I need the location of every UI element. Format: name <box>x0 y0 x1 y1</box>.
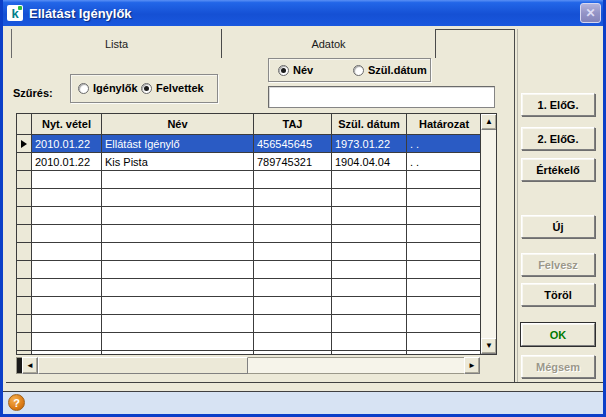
grid-cell[interactable] <box>102 225 254 243</box>
grid-cell[interactable] <box>407 351 481 354</box>
grid-cell[interactable] <box>407 207 481 225</box>
grid-cell[interactable] <box>32 279 102 297</box>
table-row-empty[interactable] <box>17 351 481 354</box>
grid-cell[interactable] <box>254 261 332 279</box>
row-indicator-cell[interactable] <box>17 261 32 279</box>
grid-cell[interactable] <box>254 189 332 207</box>
grid-cell[interactable]: 2010.01.22 <box>32 153 102 171</box>
title-bar[interactable]: k Ellátást Igénylők ✕ <box>0 0 606 26</box>
grid-cell[interactable] <box>332 189 407 207</box>
grid-cell[interactable]: Kis Pista <box>102 153 254 171</box>
row-indicator-cell[interactable] <box>17 114 32 135</box>
table-row[interactable]: 2010.01.22Ellátást Igénylő4565456451973.… <box>17 135 481 153</box>
delete-button[interactable]: Töröl <box>521 283 595 306</box>
grid-cell[interactable] <box>332 315 407 333</box>
grid-cell[interactable] <box>332 225 407 243</box>
grid-cell[interactable] <box>332 333 407 351</box>
grid-cell[interactable] <box>407 189 481 207</box>
grid-cell[interactable] <box>254 279 332 297</box>
row-indicator-cell[interactable] <box>17 153 32 171</box>
table-row-empty[interactable] <box>17 207 481 225</box>
radio-nev[interactable]: Név <box>278 64 313 76</box>
table-row-empty[interactable] <box>17 189 481 207</box>
row-indicator-cell[interactable] <box>17 351 32 354</box>
grid-cell[interactable] <box>254 243 332 261</box>
radio-igenylok[interactable]: Igénylők <box>78 82 138 94</box>
tab-adatok[interactable]: Adatok <box>221 29 436 58</box>
prelim2-button[interactable]: 2. ElőG. <box>521 127 595 150</box>
column-header[interactable]: Név <box>102 114 254 135</box>
grid-cell[interactable] <box>254 225 332 243</box>
table-row-empty[interactable] <box>17 261 481 279</box>
scroll-down-icon[interactable]: ▼ <box>481 338 497 354</box>
grid-cell[interactable] <box>102 207 254 225</box>
grid-cell[interactable]: 789745321 <box>254 153 332 171</box>
grid-cell[interactable] <box>332 297 407 315</box>
grid-cell[interactable] <box>32 243 102 261</box>
row-indicator-cell[interactable] <box>17 225 32 243</box>
scroll-up-icon[interactable]: ▲ <box>481 114 497 130</box>
close-icon[interactable]: ✕ <box>580 3 601 23</box>
grid-cell[interactable] <box>102 279 254 297</box>
table-row[interactable]: 2010.01.22Kis Pista7897453211904.04.04. … <box>17 153 481 171</box>
grid-cell[interactable] <box>332 261 407 279</box>
scroll-right-icon[interactable]: ► <box>464 357 480 374</box>
grid-cell[interactable] <box>254 333 332 351</box>
grid-cell[interactable] <box>102 189 254 207</box>
table-row-empty[interactable] <box>17 243 481 261</box>
row-indicator-cell[interactable] <box>17 135 32 153</box>
grid-cell[interactable]: . . <box>407 153 481 171</box>
grid-cell[interactable] <box>332 243 407 261</box>
table-row-empty[interactable] <box>17 279 481 297</box>
grid-cell[interactable] <box>332 207 407 225</box>
new-button[interactable]: Új <box>521 215 595 238</box>
grid-cell[interactable] <box>32 333 102 351</box>
grid-cell[interactable]: 1973.01.22 <box>332 135 407 153</box>
grid-cell[interactable] <box>332 279 407 297</box>
search-input[interactable] <box>268 86 495 108</box>
grid-cell[interactable] <box>102 315 254 333</box>
row-indicator-cell[interactable] <box>17 315 32 333</box>
table-row-empty[interactable] <box>17 315 481 333</box>
row-indicator-cell[interactable] <box>17 207 32 225</box>
grid-cell[interactable] <box>407 225 481 243</box>
table-row-empty[interactable] <box>17 171 481 189</box>
grid-cell[interactable] <box>332 351 407 354</box>
radio-szuldatum[interactable]: Szül.dátum <box>353 64 427 76</box>
grid-cell[interactable] <box>407 297 481 315</box>
column-header[interactable]: TAJ <box>254 114 332 135</box>
grid-cell[interactable]: . . <box>407 135 481 153</box>
table-row-empty[interactable] <box>17 333 481 351</box>
horizontal-scrollbar[interactable]: ◄ ► <box>16 357 480 374</box>
grid-cell[interactable] <box>32 261 102 279</box>
row-indicator-cell[interactable] <box>17 279 32 297</box>
grid-cell[interactable] <box>32 225 102 243</box>
grid-cell[interactable] <box>332 171 407 189</box>
grid-cell[interactable] <box>102 261 254 279</box>
vertical-scrollbar[interactable]: ▲ ▼ <box>480 114 496 354</box>
row-indicator-cell[interactable] <box>17 333 32 351</box>
column-header[interactable]: Szül. dátum <box>332 114 407 135</box>
grid-cell[interactable] <box>32 315 102 333</box>
grid-cell[interactable] <box>254 315 332 333</box>
ok-button[interactable]: OK <box>521 323 595 346</box>
grid-cell[interactable] <box>407 279 481 297</box>
table-row-empty[interactable] <box>17 297 481 315</box>
grid-cell[interactable] <box>102 351 254 354</box>
table-row-empty[interactable] <box>17 225 481 243</box>
grid-cell[interactable] <box>32 207 102 225</box>
scrollbar-thumb[interactable] <box>38 357 248 374</box>
column-header[interactable]: Nyt. vétel <box>32 114 102 135</box>
grid-cell[interactable] <box>102 171 254 189</box>
grid-cell[interactable]: Ellátást Igénylő <box>102 135 254 153</box>
grid-cell[interactable] <box>32 351 102 354</box>
grid-cell[interactable]: 1904.04.04 <box>332 153 407 171</box>
row-indicator-cell[interactable] <box>17 297 32 315</box>
row-indicator-cell[interactable] <box>17 189 32 207</box>
grid-cell[interactable] <box>407 333 481 351</box>
grid-cell[interactable] <box>32 297 102 315</box>
tab-lista[interactable]: Lista <box>11 29 221 58</box>
row-indicator-cell[interactable] <box>17 243 32 261</box>
help-icon[interactable]: ? <box>8 394 25 411</box>
grid-cell[interactable] <box>102 297 254 315</box>
